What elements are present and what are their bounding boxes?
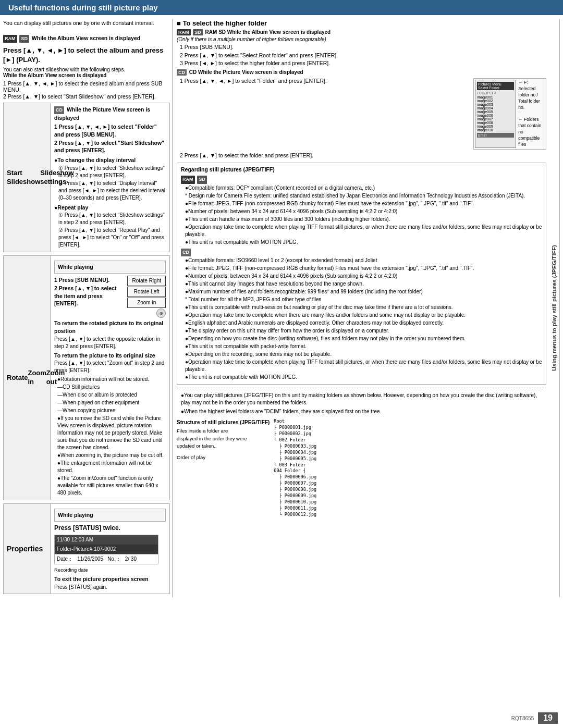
structure-text: Files inside a folder are displayed in t… [177,427,250,450]
cd-bullet-3: ●This unit cannot play images that have … [185,280,542,288]
cd-bullet-4: ●Maximum number of files and folders rec… [185,288,542,295]
bullet-5: ●If you remove the SD card while the Pic… [57,415,166,451]
ram-sd-steps: 1 Press [SUB MENU]. 2 Press [▲, ▼] to se… [177,43,546,67]
cd-bullet-9: ●The display order on this unit may diff… [185,327,542,335]
repeat-play-heading: ●Repeat play [54,204,166,212]
rotate-step1: 1 Press [SUB MENU]. [54,276,124,284]
tree-diagram: Root ├ P0000001.jpg ├ P0000002.jpg └ 002… [274,418,316,517]
repeat-play-step-1: ① Press [▲, ▼] to select "Slideshow sett… [58,212,166,226]
folders-label: ← Folders that contain no compatible fil… [518,117,545,147]
vertical-label: Using menus to play still pictures (JPEG… [548,19,560,597]
tree-bullet-0: ●You can play still pictures (JPEG/TIFF)… [181,392,546,406]
structure-left: Structure of still pictures (JPEG/TIFF) … [177,418,270,461]
cd-while-picture: While the Picture View screen is display… [54,106,150,121]
cd-bullets: ●Compatible formats: ISO9660 level 1 or … [181,257,542,381]
cd-bullet-13: ●Operation may take time to complete whe… [185,359,542,373]
cd-bullet-14: ●The unit is not compatible with MOTION … [185,374,542,381]
step1-slideshow: 1 Press [▲, ▼, ◄, ►] to select "Folder" … [54,123,166,138]
to-return-rotated: To return the rotated picture to its ori… [54,319,166,350]
intro-step-1: 1 Press [▲, ▼, ◄, ►] to select the desir… [3,80,170,93]
cd-bullet-5: * Total number for all the MP3, JPEG and… [185,296,542,303]
ram-sd-bullet-4: ●This unit can handle a maximum of 3000 … [185,216,542,223]
badge-ram-regarding: RAM [181,176,195,184]
badge-cd-right: CD [177,69,187,76]
footer: RQT8655 19 [511,712,558,724]
ram-sd-note: (Only if there is a multiple number of h… [177,36,546,42]
cd-bullet-8: ●English alphabet and Arabic numerals ar… [185,319,542,327]
regarding-title: Regarding still pictures (JPEG/TIFF) [181,166,542,174]
rotate-bullets: ●Rotation information will not be stored… [54,376,166,497]
properties-instruction: Press [STATUS] twice. [54,524,166,533]
while-playing-box: While playing [54,261,166,274]
diagram-rotate-right: Rotate Right [127,276,166,286]
ram-sd-bullet-1: * Design rule for Camera File system: un… [185,192,542,200]
rotate-diagram-boxes: Rotate Right Rotate Left Zoom in ⊙ [127,276,166,318]
intro-step-2: 2 Press [▲, ▼] to select "Start Slidesho… [3,93,170,100]
diagram-rotate-left: Rotate Left [127,287,166,297]
page-header: Useful functions during still picture pl… [0,0,563,15]
screen-no-value: 2/ 30 [125,556,137,563]
badge-sd: SD [19,35,29,43]
properties-label: Properties [4,504,51,593]
folder-diagram-section: Pictures Menu Select Folder / CD/JPEG/ i… [177,77,546,151]
badge-cd-regarding: CD [181,249,191,257]
ram-sd-step-3: 3 Press [◄, ►] to select the higher fold… [180,59,546,67]
ram-sd-step-2: 2 Press [▲, ▼] to select "Select Root fo… [180,52,546,59]
page-number: 19 [538,712,558,724]
bullet-6: ●When zooming in, the picture may be cut… [57,452,166,459]
folder-menu-footer: Enter [477,133,514,138]
pictures-menu-path: / CD/JPEG/ [477,91,514,95]
rotate-zoom-content: While playing 1 Press [SUB MENU]. 2 Pres… [51,256,169,500]
to-change-step-1: ① Press [▲, ▼] to select "Slideshow sett… [58,165,166,179]
properties-screen: 11/30 12:03 AM Folder-Picture#:107-0002 … [54,535,158,564]
step-after-diagram: 2 Press [▲, ▼] to select the folder and … [180,152,546,159]
bullet-1: —CD Still pictures [57,384,166,391]
main-press-instruction: Press [▲, ▼, ◄, ►] to select the album a… [3,46,170,64]
folder-list: image001image002image003image004image005… [477,95,514,132]
pictures-menu-header: Pictures Menu Select Folder [477,82,514,90]
ram-sd-bullet-3: ●Number of pixels: between 34 x 34 and 6… [185,208,542,215]
to-exit-properties: To exit the picture properties screen Pr… [54,575,166,591]
diagram-zoom-in: Zoom in [127,298,166,308]
ram-sd-bullet-0: ●Compatible formats: DCF* compliant (Con… [185,184,542,192]
rotate-step2: 2 Press [▲, ▼] to select the item and pr… [54,285,124,307]
to-change-step-2: ② Press [▲, ▼] to select "Display Interv… [58,180,166,202]
structure-heading: Structure of still pictures (JPEG/TIFF) [177,418,270,426]
cd-bullet-10: ●Depending on how you create the disc (w… [185,335,542,342]
ram-sd-bullet-2: ●File format: JPEG, TIFF (non-compressed… [185,200,542,207]
screen-no-label: No.： [107,556,121,563]
while-playing-label: While playing [58,263,162,271]
bullet-3: —When played on other equipment [57,399,166,406]
to-select-higher-heading: ■ To select the higher folder [177,19,546,27]
properties-while-playing: While playing [54,509,166,522]
tree-section: ●You can play still pictures (JPEG/TIFF)… [177,391,546,517]
rotate-zoom-label: Rotate Zoom in Zoom out [4,256,51,500]
start-slideshow-label: Start Slideshow Slideshow settings [4,103,51,252]
cd-bullet-0: ●Compatible formats: ISO9660 level 1 or … [185,257,542,264]
bullet-2: —When disc or album is protected [57,391,166,399]
right-section: ■ To select the higher folder RAM SD RAM… [172,19,546,597]
badge-cd-slideshow: CD [54,106,64,114]
cd-bullet-12: ●Depending on the recording, some items … [185,351,542,358]
recording-date-label: Recording date [54,566,166,573]
page-wrapper: Useful functions during still picture pl… [0,0,563,728]
intro-steps: 1 Press [▲, ▼, ◄, ►] to select the desir… [3,80,170,100]
screen-date-value: 11/26/2005 [77,556,103,563]
start-slideshow-row: Start Slideshow Slideshow settings CD Wh… [3,103,170,252]
badge-ram: RAM [3,35,17,43]
properties-content: While playing Press [STATUS] twice. 11/3… [51,504,169,593]
rotate-diagram: 1 Press [SUB MENU]. 2 Press [▲, ▼] to se… [54,276,166,318]
header-title: Useful functions during still picture pl… [8,3,158,12]
intro-paragraph: You can display still pictures one by on… [3,20,154,26]
badge-sd-regarding: SD [197,176,207,184]
folder-diagram-inner: Pictures Menu Select Folder / CD/JPEG/ i… [475,80,545,148]
screen-row3: Date： 11/26/2005 No.： 2/ 30 [55,554,158,564]
properties-row: Properties While playing Press [STATUS] … [3,503,170,594]
to-change-heading: ●To change the display interval [54,156,166,164]
screen-row1: 11/30 12:03 AM [55,535,158,545]
cd-bullet-11: ●This unit is not compatible with packet… [185,343,542,350]
ram-sd-bullets: ●Compatible formats: DCF* compliant (Con… [181,184,542,246]
press-instruction-text: Press [▲, ▼, ◄, ►] to select the album a… [3,46,163,64]
folder-diagram-labels: ← F: Selected folder no./ Total folder n… [518,80,545,148]
tree-diagram-content: Root ├ P0000001.jpg ├ P0000002.jpg └ 002… [274,418,316,517]
